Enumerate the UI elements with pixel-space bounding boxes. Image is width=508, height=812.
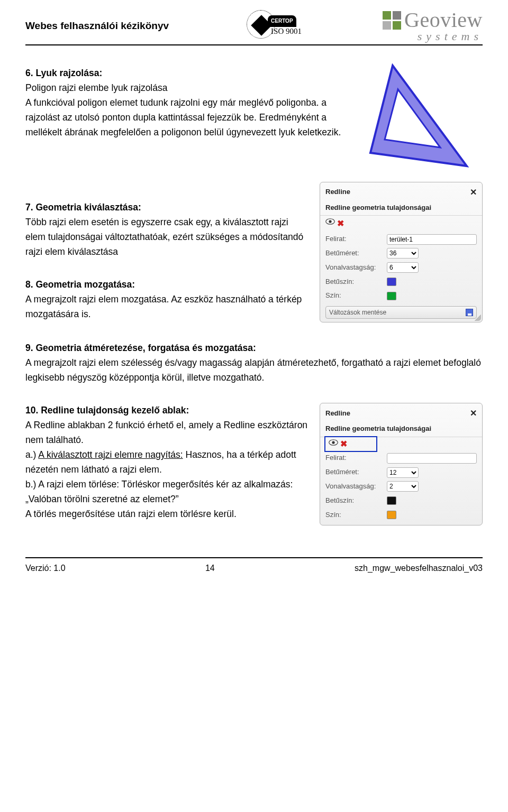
logo-name: Geoview bbox=[404, 10, 483, 31]
panel2-subtitle: Redline geometria tulajdonságai bbox=[320, 422, 482, 437]
iso-label: ISO 9001 bbox=[268, 25, 305, 38]
delete-element-icon[interactable]: ✖ bbox=[340, 440, 347, 448]
redline-properties-panel-2: Redline ✕ Redline geometria tulajdonsága… bbox=[320, 403, 483, 525]
section-10-p1: A Redline ablakban 2 funkció érhető el, … bbox=[25, 418, 310, 447]
panel1-title: Redline bbox=[325, 187, 350, 198]
footer-version: Verzió: 1.0 bbox=[25, 561, 66, 575]
redline-properties-panel-1: Redline ✕ Redline geometria tulajdonsága… bbox=[320, 182, 483, 322]
doc-title: Webes felhasználói kézikönyv bbox=[25, 18, 169, 34]
close-icon[interactable]: ✕ bbox=[470, 186, 477, 199]
panel1-betuszin-swatch[interactable] bbox=[387, 278, 396, 286]
section-10-p2a: a.) A kiválasztott rajzi elemre nagyítás… bbox=[25, 447, 310, 477]
panel2-betuszin-swatch[interactable] bbox=[387, 496, 396, 505]
logo-squares-icon bbox=[383, 11, 401, 30]
panel1-szin-label: Szín: bbox=[325, 290, 384, 301]
panel1-szin-swatch[interactable] bbox=[387, 292, 396, 300]
panel1-betumeret-label: Betűméret: bbox=[325, 248, 384, 259]
resize-grip-icon[interactable] bbox=[475, 315, 481, 321]
close-icon[interactable]: ✕ bbox=[470, 407, 477, 420]
section-6-p2: A funkcióval poligon elemet tudunk rajzo… bbox=[25, 95, 351, 140]
footer-docid: szh_mgw_webesfelhasznaloi_v03 bbox=[355, 561, 483, 575]
zoom-to-element-icon[interactable] bbox=[329, 439, 338, 450]
panel1-subtitle: Redline geometria tulajdonságai bbox=[320, 201, 482, 216]
panel1-betumeret-select[interactable]: 36 bbox=[387, 248, 419, 259]
section-8-p1: A megrajzolt rajzi elem mozgatása. Az es… bbox=[25, 292, 310, 321]
panel1-vonal-select[interactable]: 6 bbox=[387, 262, 419, 273]
panel1-felirat-label: Felirat: bbox=[325, 234, 384, 245]
panel2-szin-swatch[interactable] bbox=[387, 511, 396, 519]
panel2-betumeret-label: Betűméret: bbox=[325, 467, 384, 478]
geoview-logo: Geoview systems bbox=[383, 10, 483, 42]
delete-element-icon[interactable]: ✖ bbox=[337, 220, 344, 227]
panel2-betumeret-select[interactable]: 12 bbox=[387, 467, 419, 478]
section-7-p1: Több rajzi elem esetén is egyszerre csak… bbox=[25, 215, 310, 259]
panel2-felirat-label: Felirat: bbox=[325, 453, 384, 464]
panel1-save-label: Változások mentése bbox=[329, 309, 386, 316]
panel2-betuszin-label: Betűszín: bbox=[325, 495, 384, 506]
panel2-vonal-select[interactable]: 2 bbox=[387, 481, 419, 492]
section-7-heading: 7. Geometria kiválasztása: bbox=[25, 200, 310, 215]
panel1-save-button[interactable]: Változások mentése bbox=[325, 306, 477, 319]
svg-marker-0 bbox=[370, 66, 467, 166]
panel2-title: Redline bbox=[325, 408, 350, 419]
panel2-vonal-label: Vonalvastagság: bbox=[325, 481, 384, 492]
section-8-heading: 8. Geometria mozgatása: bbox=[25, 277, 310, 292]
header-divider bbox=[25, 44, 483, 45]
panel2-felirat-input[interactable] bbox=[387, 453, 477, 464]
panel1-betuszin-label: Betűszín: bbox=[325, 276, 384, 288]
section-10-p4: A törlés megerősítése után rajzi elem tö… bbox=[25, 506, 310, 521]
logo-subtext: systems bbox=[383, 31, 483, 42]
section-6-p1: Poligon rajzi elembe lyuk rajzolása bbox=[25, 80, 351, 95]
section-9-heading: 9. Geometria átméretezése, forgatása és … bbox=[25, 340, 483, 355]
section-9-p1: A megrajzolt rajzi elem szélesség és/vag… bbox=[25, 355, 483, 385]
panel1-vonal-label: Vonalvastagság: bbox=[325, 262, 384, 273]
zoom-to-element-icon[interactable] bbox=[325, 218, 335, 229]
section-6-heading: 6. Lyuk rajzolása: bbox=[25, 66, 351, 80]
panel2-szin-label: Szín: bbox=[325, 510, 384, 521]
panel1-felirat-input[interactable] bbox=[387, 234, 477, 245]
save-floppy-icon bbox=[466, 309, 473, 316]
section-10-heading: 10. Redline tulajdonság kezelő ablak: bbox=[25, 403, 310, 418]
svg-point-5 bbox=[332, 441, 334, 444]
footer-page: 14 bbox=[205, 561, 215, 575]
triangle-illustration-icon bbox=[361, 60, 483, 182]
svg-point-3 bbox=[329, 220, 331, 223]
section-10-p3: b.) A rajzi elem törlése: Törléskor mege… bbox=[25, 477, 310, 506]
iso-cert-badge: CERTOP ISO 9001 bbox=[247, 12, 305, 40]
